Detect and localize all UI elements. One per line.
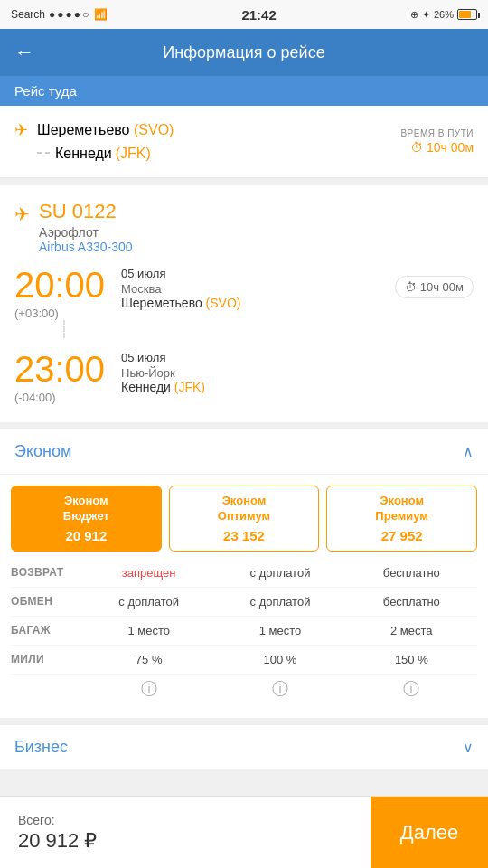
economy-section: Эконом ∧ ЭкономБюджет 20 912 ЭкономОптим… xyxy=(0,429,488,718)
from-airport: Шереметьево (SVO) xyxy=(37,118,174,142)
gps-icon: ⊕ xyxy=(410,9,418,21)
exchange-premium: бесплатно xyxy=(346,595,477,609)
arrival-city: Нью-Йорк xyxy=(121,366,205,380)
info-budget[interactable]: ⓘ xyxy=(83,678,214,700)
travel-time-label: ВРЕМЯ В ПУТИ xyxy=(400,128,474,138)
departure-city: Москва xyxy=(121,282,240,296)
business-chevron: ∨ xyxy=(463,739,474,756)
info-premium[interactable]: ⓘ xyxy=(346,678,477,700)
status-right: ⊕ ✦ 26% xyxy=(410,9,477,21)
clock-icon: ⏱ xyxy=(410,140,423,155)
flight-info-text: SU 0122 Аэрофлот Airbus A330-300 xyxy=(39,200,133,254)
baggage-label: БАГАЖ xyxy=(11,624,83,637)
departure-date: 05 июля xyxy=(121,267,240,280)
economy-title: Эконом xyxy=(14,442,71,461)
next-button[interactable]: Далее xyxy=(371,797,488,869)
departure-offset: (+03:00) xyxy=(14,307,114,320)
page-title: Информация о рейсе xyxy=(163,43,324,62)
flight-route-line xyxy=(63,320,474,338)
fare-row-baggage: БАГАЖ 1 место 1 место 2 места xyxy=(11,617,477,646)
to-airport: Кеннеди (JFK) xyxy=(37,142,174,165)
plane-icon: ✈ xyxy=(14,120,28,140)
total-price: 20 912 ₽ xyxy=(18,829,97,853)
return-budget: запрещен xyxy=(83,566,214,580)
economy-header[interactable]: Эконом ∧ xyxy=(0,429,488,475)
bluetooth-icon: ✦ xyxy=(422,9,430,21)
route-airports: Шереметьево (SVO) Кеннеди (JFK) xyxy=(37,118,174,165)
flight-plane-icon: ✈ xyxy=(14,203,30,225)
departure-time-block: 20:00 (+03:00) xyxy=(14,267,114,320)
to-iata: (JFK) xyxy=(116,142,151,165)
outbound-section-label: Рейс туда xyxy=(0,76,488,106)
duration-value: 10ч 00м xyxy=(420,280,464,294)
fare-budget-name: ЭкономБюджет xyxy=(17,494,155,524)
departure-airport: Шереметьево (SVO) xyxy=(121,296,240,310)
fare-budget-price: 20 912 xyxy=(17,528,155,543)
battery-icon xyxy=(457,9,477,20)
duration-badge: ⏱ 10ч 00м xyxy=(395,276,474,298)
return-optimum: с доплатой xyxy=(214,566,345,580)
fare-info-row: ⓘ ⓘ ⓘ xyxy=(11,675,477,707)
from-iata: (SVO) xyxy=(134,122,174,137)
arrival-row: 23:00 (-04:00) 05 июля Нью-Йорк Кеннеди … xyxy=(14,351,474,404)
to-city: Кеннеди xyxy=(55,142,112,165)
arrival-date: 05 июля xyxy=(121,351,205,364)
status-bar: Search ●●●●○ 📶 21:42 ⊕ ✦ 26% xyxy=(0,0,488,29)
flight-number: SU 0122 xyxy=(39,200,133,223)
route-left: ✈ Шереметьево (SVO) Кеннеди (JFK) xyxy=(14,118,174,165)
economy-chevron: ∧ xyxy=(463,443,474,460)
arrival-info: 05 июля Нью-Йорк Кеннеди (JFK) xyxy=(121,351,205,394)
baggage-optimum: 1 место xyxy=(214,624,345,637)
arrival-airport: Кеннеди (JFK) xyxy=(121,380,205,394)
exchange-budget: с доплатой xyxy=(83,595,214,609)
status-time: 21:42 xyxy=(241,7,276,23)
fare-row-exchange: ОБМЕН с доплатой с доплатой бесплатно xyxy=(11,588,477,617)
from-city: Шереметьево xyxy=(37,122,130,137)
departure-info: 05 июля Москва Шереметьево (SVO) xyxy=(121,267,240,310)
miles-optimum: 100 % xyxy=(214,653,345,666)
travel-time-value: ⏱ 10ч 00м xyxy=(400,140,474,155)
return-premium: бесплатно xyxy=(346,566,477,580)
back-button[interactable]: ← xyxy=(14,37,42,68)
miles-label: МИЛИ xyxy=(11,653,83,666)
exchange-optimum: с доплатой xyxy=(214,595,345,609)
fare-option-budget[interactable]: ЭкономБюджет 20 912 xyxy=(11,486,162,552)
bottom-bar: Всего: 20 912 ₽ Далее xyxy=(0,796,488,868)
fare-optimum-name: ЭкономОптимум xyxy=(175,494,314,524)
business-header[interactable]: Бизнес ∨ xyxy=(0,725,488,769)
route-card: ✈ Шереметьево (SVO) Кеннеди (JFK) ВРЕМЯ … xyxy=(0,106,488,178)
business-title: Бизнес xyxy=(14,738,68,757)
flight-card: ✈ SU 0122 Аэрофлот Airbus A330-300 ⏱ 10ч… xyxy=(0,185,488,422)
baggage-budget: 1 место xyxy=(83,624,214,637)
miles-premium: 150 % xyxy=(346,653,477,666)
info-optimum[interactable]: ⓘ xyxy=(214,678,345,700)
miles-budget: 75 % xyxy=(83,653,214,666)
fare-optimum-price: 23 152 xyxy=(175,528,314,543)
arrival-time-block: 23:00 (-04:00) xyxy=(14,351,114,404)
arrival-time: 23:00 xyxy=(14,351,114,387)
airline-name: Аэрофлот xyxy=(39,225,133,240)
fare-row-return: ВОЗВРАТ запрещен с доплатой бесплатно xyxy=(11,559,477,588)
aircraft-type: Airbus A330-300 xyxy=(39,240,133,254)
fare-option-optimum[interactable]: ЭкономОптимум 23 152 xyxy=(169,486,320,552)
arrival-offset: (-04:00) xyxy=(14,391,114,404)
total-section: Всего: 20 912 ₽ xyxy=(18,813,97,853)
total-label: Всего: xyxy=(18,813,97,827)
wifi-icon: 📶 xyxy=(94,8,108,21)
baggage-premium: 2 места xyxy=(346,624,477,637)
page-header: ← Информация о рейсе xyxy=(0,29,488,76)
flight-number-row: ✈ SU 0122 Аэрофлот Airbus A330-300 xyxy=(14,200,474,254)
status-left: Search ●●●●○ 📶 xyxy=(11,8,108,21)
fare-table: ВОЗВРАТ запрещен с доплатой бесплатно ОБ… xyxy=(0,552,488,718)
battery-pct: 26% xyxy=(434,9,454,20)
return-label: ВОЗВРАТ xyxy=(11,566,83,580)
signal-dots: ●●●●○ xyxy=(49,8,90,21)
fare-premium-price: 27 952 xyxy=(333,528,471,543)
fare-row-miles: МИЛИ 75 % 100 % 150 % xyxy=(11,646,477,675)
fare-premium-name: ЭкономПремиум xyxy=(333,494,471,524)
exchange-label: ОБМЕН xyxy=(11,595,83,609)
fare-options: ЭкономБюджет 20 912 ЭкономОптимум 23 152… xyxy=(0,475,488,552)
departure-time: 20:00 xyxy=(14,267,114,303)
fare-option-premium[interactable]: ЭкономПремиум 27 952 xyxy=(326,486,477,552)
duration-clock-icon: ⏱ xyxy=(405,280,417,294)
